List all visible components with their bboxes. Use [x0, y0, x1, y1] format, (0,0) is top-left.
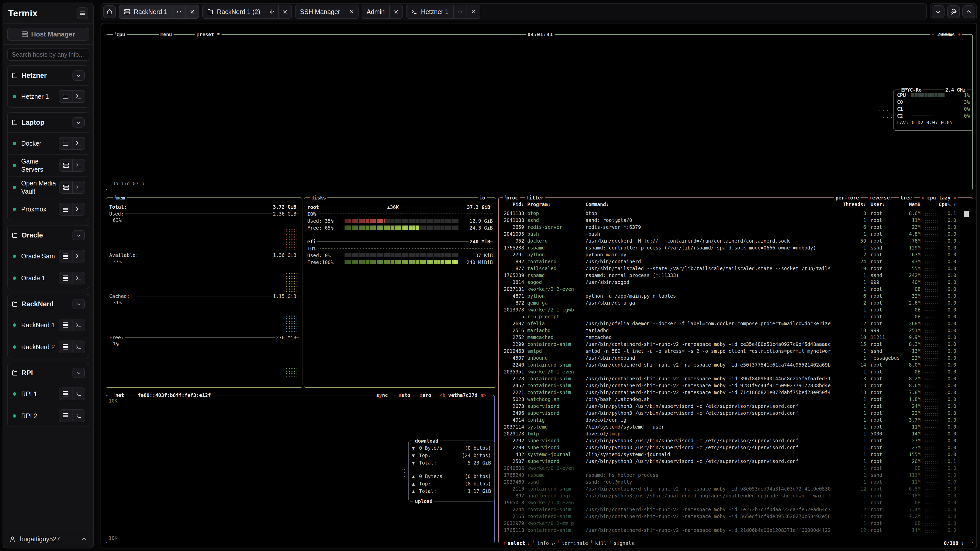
host-terminal-button[interactable]	[72, 410, 85, 422]
process-row[interactable]: 952dockerd/usr/bin/dockerd -H fd:// --co…	[501, 237, 968, 244]
process-row[interactable]: 2496supervisord/usr/bin/python3 /usr/bin…	[501, 410, 968, 416]
process-row[interactable]: 2790supervisord/usr/bin/python3 /usr/bin…	[501, 444, 968, 451]
process-row[interactable]: 2752memcachedmemcached10112119.9M0.0	[501, 333, 968, 341]
proc-tree-toggle[interactable]: tree	[899, 194, 914, 201]
process-row[interactable]: 2029178lmtpdovecot/lmtp1500014M0.0	[501, 430, 968, 437]
process-row[interactable]: 4507unbound/usr/sbin/unbound1messagebus2…	[501, 354, 968, 361]
host-server-button[interactable]	[59, 203, 72, 215]
process-row[interactable]: 2659redis-serverredis-server *:63796root…	[501, 224, 968, 230]
process-row[interactable]: 2110containerd-shim/usr/bin/containerd-s…	[501, 485, 968, 492]
group-header[interactable]: RPI	[8, 363, 89, 383]
group-header[interactable]: Laptop	[8, 113, 89, 132]
process-row[interactable]: 4871pythonpython -u /app/main.py nftable…	[501, 292, 968, 299]
process-row[interactable]: 1765238rspamdrspamd: controller process …	[501, 244, 968, 251]
host-item[interactable]: Oracle Sam	[8, 245, 89, 267]
process-row[interactable]: 1765240rspamdrspamd: hs_helper process1s…	[501, 472, 968, 478]
net-sync-button[interactable]: sync	[375, 392, 390, 399]
host-terminal-button[interactable]	[72, 181, 85, 193]
process-row[interactable]: 892containerd/usr/bin/containerd24root43…	[501, 258, 968, 265]
group-header[interactable]: Oracle	[8, 225, 89, 245]
host-server-button[interactable]	[59, 138, 72, 149]
host-terminal-button[interactable]	[72, 159, 85, 171]
tab-close-button[interactable]	[345, 5, 358, 18]
host-terminal-button[interactable]	[72, 272, 85, 284]
process-row[interactable]: 2037131kworker/2:2-even1root0B0.0	[501, 286, 968, 292]
process-row[interactable]: 872qemu-ga/usr/sbin/qemu-ga2root2.6M0.0	[501, 299, 968, 306]
host-item[interactable]: Proxmox	[8, 198, 89, 220]
process-row[interactable]: 2040506kworker/0:0-even1root0B0.0	[501, 465, 968, 472]
process-row[interactable]: 2299containerd-shim/usr/bin/containerd-s…	[501, 341, 968, 348]
host-item[interactable]: Docker	[8, 132, 89, 154]
host-server-button[interactable]	[59, 250, 72, 262]
host-terminal-button[interactable]	[72, 319, 85, 331]
host-server-button[interactable]	[59, 410, 72, 422]
group-header[interactable]: RackNerd	[8, 294, 89, 314]
tab-close-button[interactable]	[466, 5, 480, 18]
process-row[interactable]: 15rcu_preempt1root0B0.0	[501, 313, 968, 320]
process-row[interactable]: 2240containerd-shim/usr/bin/containerd-s…	[501, 361, 968, 368]
host-item[interactable]: RPI 1	[8, 383, 89, 405]
process-row[interactable]: 2037114systemd/lib/systemd/systemd --use…	[501, 423, 968, 430]
host-item[interactable]: Open Media Vault	[8, 176, 89, 198]
tab[interactable]: Hetzner 1	[406, 5, 480, 19]
process-row[interactable]: 2165containerd-shim/usr/bin/containerd-s…	[501, 513, 968, 519]
group-collapse-button[interactable]	[73, 299, 85, 309]
host-item[interactable]: Game Servers	[8, 154, 89, 176]
host-terminal-button[interactable]	[72, 138, 85, 149]
process-row[interactable]: 2791pythonpython main.py2root63M0.0	[501, 251, 968, 258]
process-row[interactable]: 2041088sshdsshd: root@pts/01root11M0.0	[501, 217, 968, 224]
process-row[interactable]: 1765118containerd-shim/usr/bin/container…	[501, 527, 968, 534]
process-row[interactable]: 2035951kworker/0:1-even1root0B0.0	[501, 368, 968, 375]
process-row[interactable]: 3814sogod/usr/sbin/sogod199940M0.0	[501, 279, 968, 286]
host-server-button[interactable]	[60, 181, 72, 193]
host-item[interactable]: RPI 2	[8, 405, 89, 427]
process-row[interactable]: 2792supervisord/usr/bin/python3 /usr/bin…	[501, 437, 968, 444]
host-server-button[interactable]	[59, 272, 72, 284]
expand-panel-button[interactable]	[963, 5, 975, 18]
host-server-button[interactable]	[59, 319, 72, 331]
process-row[interactable]: 5028watchdog.sh/bin/bash /watchdog.sh1ro…	[501, 395, 968, 403]
host-server-button[interactable]	[60, 159, 72, 171]
tab[interactable]: RackNerd 1	[119, 5, 199, 19]
process-row[interactable]: 2244containerd-shim/usr/bin/containerd-s…	[501, 506, 968, 513]
proc-filter-button[interactable]: filter	[525, 194, 546, 201]
disks-io-toggle[interactable]: io	[478, 194, 487, 201]
process-row[interactable]: 1965018kworker/1:0-even1root0B0.0	[501, 499, 968, 506]
host-server-button[interactable]	[59, 91, 72, 102]
process-row[interactable]: 2041095bash-bash1root4.8M0.0	[501, 230, 968, 237]
tab[interactable]: Admin	[362, 5, 403, 19]
tab[interactable]: SSH Manager	[295, 5, 359, 19]
process-row[interactable]: 2178containerd-shim/usr/bin/containerd-s…	[501, 375, 968, 382]
collapse-panel-button[interactable]	[932, 5, 945, 18]
net-interface-switcher[interactable]: <b vetha7c27d n>	[438, 392, 488, 399]
tab-close-button[interactable]	[185, 5, 199, 18]
host-terminal-button[interactable]	[72, 388, 85, 400]
process-row[interactable]: 432systemd-journal/lib/systemd/systemd-j…	[501, 451, 968, 457]
group-collapse-button[interactable]	[73, 368, 85, 378]
terminal-panel[interactable]: 1cpu menu preset * 04:01:41 - 2000ms + ·…	[100, 23, 977, 548]
group-collapse-button[interactable]	[73, 118, 85, 127]
user-menu[interactable]: bugattiguy527	[3, 530, 94, 548]
search-input[interactable]	[7, 48, 89, 61]
group-header[interactable]: Hetzner	[8, 66, 89, 85]
host-server-button[interactable]	[59, 341, 72, 353]
proc-scrollbar-thumb[interactable]	[964, 211, 969, 218]
btop-menu-button[interactable]: menu	[159, 31, 173, 38]
tab-close-button[interactable]	[278, 5, 291, 18]
tab-split-button[interactable]	[453, 5, 466, 18]
process-row[interactable]: 2507supervisord/usr/bin/python3 /usr/bin…	[501, 457, 968, 465]
host-item[interactable]: Hetzner 1	[8, 85, 89, 107]
host-terminal-button[interactable]	[72, 250, 85, 262]
process-row[interactable]: 2041133btopbtop3root8.6M0.1	[501, 210, 968, 217]
process-row[interactable]: 877tailscaled/usr/sbin/tailscaled --stat…	[501, 265, 968, 272]
process-row[interactable]: 2037469sshdsshd: root@notty1root11M0.0	[501, 478, 968, 485]
tools-button[interactable]	[947, 5, 960, 18]
proc-reverse-toggle[interactable]: reverse	[868, 194, 891, 201]
btop-preset-button[interactable]: preset *	[195, 31, 221, 38]
tab-split-button[interactable]	[172, 5, 185, 18]
process-row[interactable]: 2673supervisord/usr/bin/python3 /usr/bin…	[501, 403, 968, 410]
btop-refresh-rate[interactable]: - 2000ms +	[930, 31, 962, 38]
tab-close-button[interactable]	[389, 5, 402, 18]
net-zero-button[interactable]: zero	[418, 392, 433, 399]
process-row[interactable]: 2019463smtpdsmtpd -n 589 -t inet -u -o s…	[501, 348, 968, 354]
